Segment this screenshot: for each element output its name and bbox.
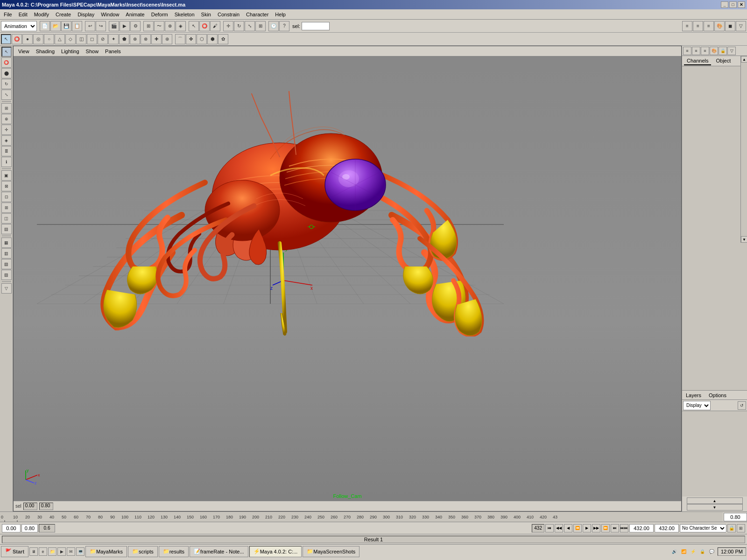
save-btn[interactable]: 💾 [61,21,71,31]
open-btn[interactable]: 📂 [50,21,61,31]
end-frame-1[interactable]: 432.00 [629,524,654,532]
paint-btn[interactable]: 🖌 [210,21,220,31]
menu-skeleton[interactable]: Skeleton [172,11,197,18]
taskbar-mayamarks[interactable]: 📁 MayaMarks [85,546,127,557]
explorer-btn[interactable]: 📁 [48,547,56,556]
icon-btn-5[interactable]: ◼ [725,21,735,31]
animation-dropdown[interactable]: Animation Modeling Dynamics Rendering [1,21,37,31]
move-btn[interactable]: ✛ [223,21,233,31]
vp-lighting[interactable]: Lighting [58,48,82,55]
sel-misc3[interactable]: ✦ [108,34,119,44]
play-fwd[interactable]: ▶ [583,524,591,532]
tray-icon-3[interactable]: ⚡ [690,548,697,555]
taskbar-scripts[interactable]: 📁 scripts [128,546,158,557]
outlook-btn[interactable]: ✉ [67,547,75,556]
view-tool3[interactable]: ⊡ [1,192,12,202]
taskbar-screenshots[interactable]: 📁 MayaScreenShots [303,546,359,557]
sel-input[interactable] [302,22,330,30]
pivot-tool[interactable]: ✛ [1,125,12,135]
range-bar[interactable] [21,524,38,532]
ie-btn[interactable]: e [39,547,47,556]
view-tool4[interactable]: ⊞ [1,203,12,213]
layers-tab[interactable]: Layers [684,392,703,398]
prev-key[interactable]: ⏮ [545,524,554,532]
view-tool1[interactable]: ▣ [1,170,12,181]
menu-file[interactable]: File [1,11,15,18]
tray-icon-1[interactable]: 🔊 [671,548,678,555]
rotate-btn[interactable]: ↻ [234,21,244,31]
menu-modify[interactable]: Modify [31,11,52,18]
vp-show[interactable]: Show [83,48,102,55]
tool-curve[interactable]: ⌒ [175,34,185,44]
vp-panels[interactable]: Panels [102,48,124,55]
scroll-down[interactable]: ▼ [741,236,747,243]
rp-icon-6[interactable]: ▽ [727,47,736,55]
menu-window[interactable]: Window [98,11,122,18]
snap-point[interactable]: ⊕ [165,21,175,31]
layers-refresh[interactable]: ↺ [738,401,746,410]
tray-icon-2[interactable]: 📶 [680,548,688,555]
tool-misc[interactable]: ✿ [218,34,228,44]
sel-misc2[interactable]: ⊘ [98,34,108,44]
view-tool2[interactable]: ⊠ [1,181,12,191]
step-fwd[interactable]: ▶▶ [592,524,600,532]
rotate-tool[interactable]: ↻ [1,79,12,89]
playback-icon2[interactable]: ⊞ [737,524,745,532]
media-btn[interactable]: ▶ [57,547,66,556]
render-tool2[interactable]: ▥ [1,248,12,259]
lasso-btn[interactable]: ⭕ [199,21,210,31]
layers-scroll-down[interactable]: ▼ [687,504,743,511]
sel-arrow[interactable]: ↖ [1,34,11,44]
start-frame-input[interactable]: 0.00 [2,524,21,532]
render-btn[interactable]: 🎬 [109,21,119,31]
tool-joint[interactable]: ✤ [186,34,196,44]
icon-btn-6[interactable]: ▽ [736,21,746,31]
sel-misc1[interactable]: ◻ [87,34,97,44]
end-frame-2[interactable]: 432.00 [655,524,679,532]
rp-icon-1[interactable]: ≡ [683,47,691,55]
scale-btn[interactable]: ⤡ [245,21,255,31]
prev-frame[interactable]: ◀◀ [555,524,563,532]
playback-icon1[interactable]: 🔒 [727,524,736,532]
select-tool[interactable]: ↖ [1,47,12,57]
vp-view[interactable]: View [15,48,32,55]
save-as-btn[interactable]: 📋 [72,21,82,31]
manip-btn[interactable]: ⊞ [255,21,266,31]
redo-btn[interactable]: ↪ [96,21,106,31]
view-tool5[interactable]: ◫ [1,213,12,224]
extra-btn[interactable]: 💻 [76,547,85,556]
taskbar-maya[interactable]: ⚡ Maya 4.0.2: C:... [249,546,302,557]
snap-curve[interactable]: 〜 [154,21,164,31]
render-tool3[interactable]: ▧ [1,259,12,269]
layers-scroll-up[interactable]: ▲ [687,497,743,504]
lasso-tool[interactable]: ⭕ [1,57,12,68]
sel-misc8[interactable]: ⊛ [162,34,172,44]
step-back[interactable]: ◀ [564,524,572,532]
sel-misc5[interactable]: ⊕ [130,34,140,44]
sel-misc4[interactable]: ⬟ [119,34,129,44]
rp-icon-5[interactable]: 🔒 [719,47,727,55]
sel-circle[interactable]: ○ [44,34,54,44]
menu-edit[interactable]: Edit [16,11,30,18]
icon-btn-1[interactable]: ≡ [682,21,692,31]
options-tab[interactable]: Options [707,392,728,398]
next-frame[interactable]: ⏩ [601,524,610,532]
menu-create[interactable]: Create [53,11,74,18]
menu-animate[interactable]: Animate [123,11,147,18]
question-btn[interactable]: ? [279,21,289,31]
paint-tool[interactable]: ⬤ [1,68,12,78]
tool-ffd[interactable]: ⬢ [207,34,218,44]
vp-field2[interactable]: 0.80 [39,503,53,510]
taskbar-framerate[interactable]: 📝 frameRate - Note... [190,546,248,557]
sel-nurbs[interactable]: ◇ [65,34,76,44]
tray-icon-5[interactable]: 💬 [708,548,716,555]
sel-misc7[interactable]: ✚ [151,34,162,44]
menu-character[interactable]: Character [243,11,271,18]
sel-sub[interactable]: ◫ [76,34,86,44]
show-desktop[interactable]: 🖥 [29,547,38,556]
scale-tool[interactable]: ⤡ [1,90,12,100]
sel-paint[interactable]: ● [22,34,33,44]
render-tool4[interactable]: ▨ [1,270,12,280]
menu-help[interactable]: Help [272,11,289,18]
history-btn[interactable]: 🕐 [268,21,279,31]
